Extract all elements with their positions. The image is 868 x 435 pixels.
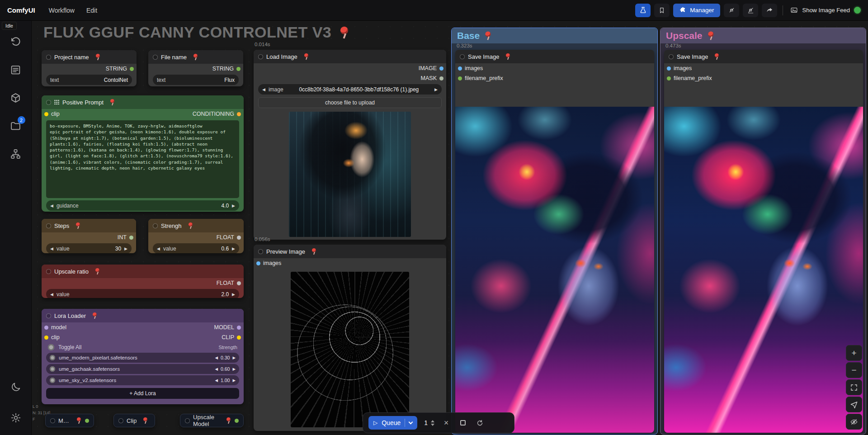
node-save-image-upscale[interactable]: Save Image images filename_prefix — [664, 50, 863, 433]
node-positive-prompt[interactable]: Positive Prompt clip CONDITIONING bo-exp… — [42, 95, 244, 212]
output-slot-float[interactable]: FLOAT — [217, 234, 241, 241]
output-slot-float[interactable]: FLOAT — [217, 280, 241, 286]
collapse-dot[interactable] — [118, 418, 123, 423]
node-header[interactable]: Steps — [42, 219, 136, 232]
text-widget[interactable]: text Flux — [153, 75, 239, 85]
arrow-right-icon[interactable]: ▶ — [124, 246, 127, 251]
menu-edit[interactable]: Edit — [86, 7, 97, 14]
share-button[interactable] — [762, 4, 777, 17]
node-model-collapsed[interactable]: Model — [45, 414, 94, 427]
arrow-right-icon[interactable]: ▶ — [232, 203, 235, 208]
theme-toggle-button[interactable] — [6, 377, 26, 397]
node-file-name[interactable]: File name STRING text Flux — [148, 50, 243, 86]
fit-view-button[interactable] — [846, 379, 862, 395]
node-save-image-base[interactable]: Save Image images filename_prefix — [455, 50, 654, 433]
arrow-left-icon[interactable]: ◀ — [50, 292, 53, 297]
menu-workflow[interactable]: Workflow — [49, 7, 75, 14]
alpha-slash-button-2[interactable] — [743, 4, 758, 17]
zoom-in-button[interactable]: + — [846, 345, 862, 361]
input-slot-images[interactable]: images — [256, 260, 281, 266]
hide-previews-button[interactable] — [846, 414, 862, 430]
lora-strength-stepper[interactable]: ◀ 1.00 ▶ — [215, 378, 236, 383]
lora-toggle-knob[interactable] — [50, 355, 55, 360]
node-header[interactable]: Save Image — [664, 50, 863, 63]
collapse-dot[interactable] — [185, 418, 190, 423]
collapse-dot[interactable] — [50, 418, 55, 423]
lora-strength-stepper[interactable]: ◀ 0.30 ▶ — [215, 355, 236, 360]
sidebar-item-node-templates[interactable] — [6, 144, 26, 164]
node-project-name[interactable]: Project name STRING text ContolNet — [42, 50, 137, 86]
node-upscale-model-collapsed[interactable]: Upscale Model — [180, 414, 244, 427]
node-preview-image[interactable]: Preview Image images — [254, 245, 446, 431]
image-combo-widget[interactable]: ◀ image 0cc8b20f-38a8-4a7d-8650-3bb7df15… — [258, 84, 442, 95]
output-slot-string[interactable]: STRING — [212, 66, 241, 72]
node-header[interactable]: File name — [148, 50, 243, 64]
batch-count-value[interactable]: 1 — [424, 419, 428, 426]
node-header[interactable]: Upscale ratio — [42, 265, 244, 278]
saved-image-preview[interactable] — [455, 107, 654, 433]
toggle-all-knob[interactable] — [48, 344, 54, 350]
lora-row[interactable]: ume_modern_pixelart.safetensors ◀ 0.30 ▶ — [46, 353, 239, 363]
slot-dot[interactable] — [237, 281, 241, 285]
collapse-dot[interactable] — [46, 313, 51, 318]
slot-dot[interactable] — [85, 419, 89, 423]
pan-button[interactable] — [846, 397, 862, 412]
slot-dot[interactable] — [236, 67, 241, 71]
node-header[interactable]: Save Image — [455, 50, 654, 63]
add-lora-button[interactable]: + Add Lora — [46, 388, 239, 399]
sidebar-item-workflows[interactable]: 2 — [6, 116, 26, 136]
collapse-dot[interactable] — [258, 249, 263, 254]
arrow-right-icon[interactable]: ▶ — [232, 355, 236, 360]
show-image-feed-control[interactable]: Show Image Feed — [788, 6, 863, 14]
collapse-dot[interactable] — [258, 54, 263, 59]
group-upscale-header[interactable]: Upscale — [660, 28, 866, 43]
arrow-right-icon[interactable]: ▶ — [434, 87, 438, 92]
input-slot-images[interactable]: images — [667, 65, 692, 71]
settings-button[interactable] — [6, 408, 26, 428]
slot-dot[interactable] — [237, 336, 241, 340]
bookmark-button[interactable] — [654, 4, 670, 17]
upload-button[interactable]: choose file to upload — [258, 97, 442, 108]
input-slot-filename-prefix[interactable]: filename_prefix — [667, 75, 712, 81]
input-slot-images[interactable]: images — [458, 65, 483, 71]
slot-dot[interactable] — [237, 326, 241, 330]
collapse-dot[interactable] — [153, 223, 158, 228]
slot-dot[interactable] — [439, 76, 443, 80]
output-slot-string[interactable]: STRING — [106, 66, 134, 72]
stop-button[interactable] — [458, 418, 468, 428]
slot-dot[interactable] — [237, 236, 241, 240]
queue-button[interactable]: ▷ Queue — [368, 416, 417, 430]
stepper-down-icon[interactable] — [431, 424, 434, 426]
arrow-right-icon[interactable]: ▶ — [232, 246, 235, 251]
node-upscale-ratio[interactable]: Upscale ratio FLOAT ◀ value 2.0 ▶ — [42, 265, 244, 298]
value-widget[interactable]: ◀ value 2.0 ▶ — [46, 289, 239, 298]
lora-row[interactable]: ume_gachaak.safetensors ◀ 0.60 ▶ — [46, 364, 239, 374]
input-slot-clip[interactable]: clip — [44, 111, 60, 117]
output-slot-conditioning[interactable]: CONDITIONING — [193, 111, 241, 117]
arrow-left-icon[interactable]: ◀ — [50, 246, 53, 251]
arrow-right-icon[interactable]: ▶ — [232, 292, 235, 297]
beaker-button[interactable] — [635, 4, 651, 17]
guidance-widget[interactable]: ◀ guidance 4.0 ▶ — [46, 200, 239, 211]
arrow-left-icon[interactable]: ◀ — [215, 355, 218, 360]
arrow-right-icon[interactable]: ▶ — [232, 367, 236, 371]
alpha-slash-button[interactable] — [724, 4, 739, 17]
output-slot-int[interactable]: INT — [118, 234, 133, 241]
arrow-left-icon[interactable]: ◀ — [262, 87, 265, 92]
clear-queue-button[interactable]: × — [441, 418, 451, 428]
node-header[interactable]: Preview Image — [254, 245, 446, 258]
arrow-left-icon[interactable]: ◀ — [215, 367, 218, 371]
slot-dot[interactable] — [256, 261, 260, 265]
arrow-left-icon[interactable]: ◀ — [157, 246, 160, 251]
node-strength[interactable]: Strengh FLOAT ◀ value 0.6 ▶ — [148, 219, 244, 253]
collapse-dot[interactable] — [46, 223, 51, 228]
lora-strength-stepper[interactable]: ◀ 0.60 ▶ — [215, 366, 236, 372]
slot-dot[interactable] — [44, 112, 48, 116]
saved-image-preview[interactable] — [664, 107, 863, 433]
input-slot-filename-prefix[interactable]: filename_prefix — [458, 75, 503, 81]
slot-dot[interactable] — [667, 76, 671, 80]
canny-preview-image[interactable] — [291, 272, 409, 427]
collapse-dot[interactable] — [460, 54, 465, 59]
slot-dot[interactable] — [237, 112, 241, 116]
node-load-image[interactable]: Load Image IMAGE MASK ◀ image 0cc8b20f-3… — [254, 50, 446, 240]
